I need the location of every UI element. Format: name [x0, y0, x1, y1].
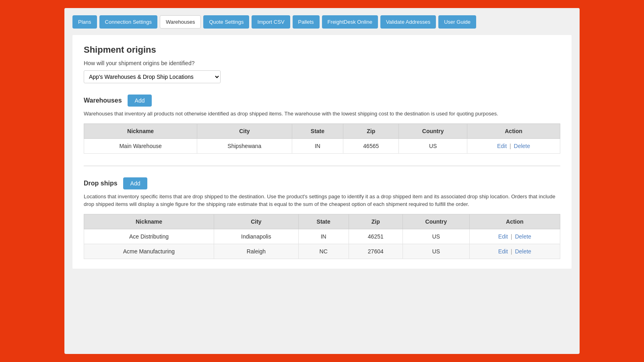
- cell-state: IN: [298, 229, 349, 244]
- col-action: Action: [467, 123, 560, 138]
- col-zip: Zip: [349, 214, 403, 229]
- dropships-description: Locations that inventory specific items …: [84, 193, 560, 208]
- warehouses-section-header: Warehouses Add: [84, 95, 560, 107]
- tab-pallets[interactable]: Pallets: [293, 15, 320, 29]
- page-title: Shipment origins: [84, 45, 560, 55]
- col-nickname: Nickname: [84, 214, 214, 229]
- warehouses-description: Warehouses that inventory all products n…: [84, 110, 560, 118]
- cell-state: NC: [298, 244, 349, 259]
- cell-action: Edit | Delete: [467, 138, 560, 153]
- col-city: City: [214, 214, 298, 229]
- cell-zip: 27604: [349, 244, 403, 259]
- warehouses-title: Warehouses: [84, 97, 122, 104]
- cell-nickname: Acme Manufacturing: [84, 244, 214, 259]
- cell-country: US: [399, 138, 467, 153]
- action-separator: |: [509, 233, 514, 240]
- action-separator: |: [508, 143, 512, 149]
- warehouses-table-body: Main WarehouseShipshewanaIN46565USEdit |…: [84, 138, 560, 153]
- delete-link[interactable]: Delete: [515, 248, 531, 255]
- tab-warehouses[interactable]: Warehouses: [160, 15, 201, 29]
- col-zip: Zip: [343, 123, 399, 138]
- table-row: Ace DistributingIndianapolisIN46251USEdi…: [84, 229, 560, 244]
- action-separator: |: [509, 248, 514, 255]
- cell-nickname: Main Warehouse: [84, 138, 197, 153]
- dropships-table-header: NicknameCityStateZipCountryAction: [84, 214, 560, 229]
- col-state: State: [298, 214, 349, 229]
- edit-link[interactable]: Edit: [498, 248, 508, 255]
- section-divider: [84, 166, 560, 166]
- dropships-table-body: Ace DistributingIndianapolisIN46251USEdi…: [84, 229, 560, 259]
- col-city: City: [197, 123, 292, 138]
- add-dropship-button[interactable]: Add: [123, 177, 148, 189]
- table-row: Main WarehouseShipshewanaIN46565USEdit |…: [84, 138, 560, 153]
- dropships-table: NicknameCityStateZipCountryAction Ace Di…: [84, 214, 560, 259]
- col-nickname: Nickname: [84, 123, 197, 138]
- cell-action: Edit | Delete: [469, 244, 560, 259]
- col-country: Country: [399, 123, 467, 138]
- cell-city: Shipshewana: [197, 138, 292, 153]
- col-state: State: [292, 123, 343, 138]
- cell-state: IN: [292, 138, 343, 153]
- col-country: Country: [403, 214, 470, 229]
- delete-link[interactable]: Delete: [514, 143, 530, 149]
- origins-question: How will your shipment origins be identi…: [84, 60, 560, 66]
- cell-city: Indianapolis: [214, 229, 298, 244]
- tab-quote-settings[interactable]: Quote Settings: [203, 15, 249, 29]
- edit-link[interactable]: Edit: [497, 143, 507, 149]
- cell-country: US: [403, 229, 470, 244]
- cell-nickname: Ace Distributing: [84, 229, 214, 244]
- tab-freightdesk-online[interactable]: FreightDesk Online: [322, 15, 378, 29]
- main-content: Shipment origins How will your shipment …: [72, 35, 572, 269]
- tab-validate-addresses[interactable]: Validate Addresses: [380, 15, 436, 29]
- warehouses-table-header: NicknameCityStateZipCountryAction: [84, 123, 560, 138]
- cell-action: Edit | Delete: [469, 229, 560, 244]
- col-action: Action: [469, 214, 560, 229]
- origins-select[interactable]: App's Warehouses & Drop Ship LocationsSi…: [84, 70, 221, 83]
- dropships-title: Drop ships: [84, 180, 118, 187]
- cell-zip: 46565: [343, 138, 399, 153]
- tab-user-guide[interactable]: User Guide: [438, 15, 476, 29]
- add-warehouse-button[interactable]: Add: [128, 95, 152, 107]
- tab-bar: PlansConnection SettingsWarehousesQuote …: [64, 8, 580, 29]
- cell-country: US: [403, 244, 470, 259]
- dropships-section-header: Drop ships Add: [84, 177, 560, 189]
- cell-zip: 46251: [349, 229, 403, 244]
- tab-plans[interactable]: Plans: [72, 15, 97, 29]
- cell-city: Raleigh: [214, 244, 298, 259]
- tab-import-csv[interactable]: Import CSV: [252, 15, 290, 29]
- page-container: PlansConnection SettingsWarehousesQuote …: [64, 8, 580, 354]
- delete-link[interactable]: Delete: [515, 233, 531, 240]
- table-row: Acme ManufacturingRaleighNC27604USEdit |…: [84, 244, 560, 259]
- warehouses-table: NicknameCityStateZipCountryAction Main W…: [84, 123, 560, 154]
- tab-connection-settings[interactable]: Connection Settings: [99, 15, 157, 29]
- edit-link[interactable]: Edit: [498, 233, 508, 240]
